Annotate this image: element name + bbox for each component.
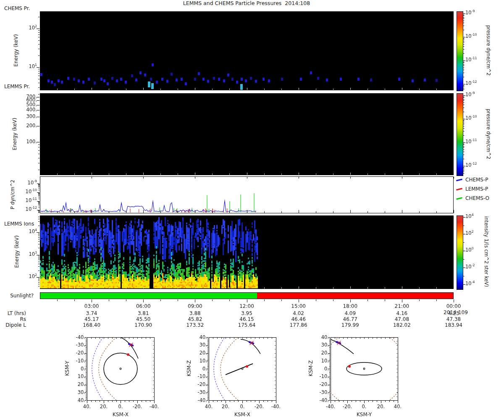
orbit-ytick-label: 0. [69,366,85,372]
lt-value: 3.95 [232,310,262,316]
rs-value: 46.15 [232,316,262,322]
legend-item-chems-o: CHEMS-O [456,195,489,201]
orbit-xtick-label: -40. [146,404,163,410]
lt-value: 4.23 [439,310,468,316]
orbit-xtick-label: 20. [373,404,389,410]
orbit-xtick-label: -40. [322,404,339,410]
orbit-ytick-label: 10. [191,358,207,364]
orbit-ytick-label: -40. [191,397,207,403]
orbit-xtick-label: -20. [129,404,146,410]
ions-ytick-label: 103 [18,251,37,257]
chems-spectrogram-canvas [40,11,454,90]
chems-ytick-label: 101 [18,63,37,69]
pressure-cb2-tick-label: 10-9 [465,92,475,97]
orbit-ytick-label: -20. [313,381,329,387]
orbit-ytick-label: 20. [191,350,207,356]
chems-panel-label: CHEMS Pr. [4,5,30,11]
orbit-xaxis-label: KSM-X [226,412,259,417]
plot-page: LEMMS and CHEMS Particle Pressures 2014:… [0,0,504,420]
pressure-cb2-tick-label: 10-12 [465,162,477,168]
sunlight-day-segment [40,293,257,299]
intensity-cb-tick-label: 10-2 [465,264,475,270]
chems-p-line-swatch [456,178,462,181]
dipole-value: 177.86 [284,322,313,328]
rs-value: 46.46 [284,316,313,322]
orbit-xtick-label: 0. [356,404,373,410]
sunlight-state-bar [40,292,454,299]
dipole-value: 168.40 [77,322,106,328]
orbit-xtick-label: -40. [268,404,284,410]
pressure-cb2-tick-label: 10-11 [465,139,477,144]
orbit-ytick-label: 30. [191,342,207,348]
orbit-yaxis-label: KSM-Z [186,352,192,385]
orbit-ytick-label: 0. [313,366,329,372]
dipole-value: 173.32 [180,322,210,328]
rs-value: 46.77 [336,316,365,322]
pdyn-ytick-label: 10-10 [14,189,37,194]
orbit-ytick-label: -40. [313,397,329,403]
orbit-xtick-label: 40. [79,404,95,410]
orbit-ytick-label: -30. [69,342,85,348]
legend-label: CHEMS-P [465,177,488,183]
pressure-cb2-tick-label: 10-10 [465,115,477,121]
lt-value: 3.74 [77,310,106,316]
rs-value: 45.17 [77,316,106,322]
lemms-ytick-label: 300. [17,113,37,119]
dipole-value: 179.99 [336,322,365,328]
orbit-yaxis-label: KSM-Z [308,352,314,385]
orbit-ytick-label: 40. [313,334,329,340]
pressure-cb1-tick-label: 10-12 [465,80,477,86]
orbit-ytick-label: -40. [69,334,85,340]
intensity-cb-tick-label: 102 [465,230,474,236]
legend-label: LEMMS-P [465,186,488,192]
rs-row-header: Rs [0,316,26,322]
lt-value: 3.88 [180,310,210,316]
pdyn-ytick-label: 10-11 [14,197,37,203]
legend-item-lemms-p: LEMMS-P [456,186,488,192]
orbit-ytick-label: 20. [69,381,85,387]
orbit-xtick-label: 20. [95,404,112,410]
pressure-colorbar-label-2: pressure dyne/cm^2 [486,102,491,165]
intensity-cb-tick-label: 100 [465,247,474,253]
orbit-xtick-label: 0. [234,404,251,410]
orbit-ytick-label: 10. [313,358,329,364]
pressure-colorbar-label-1: pressure dyne/cm^2 [486,19,491,82]
lt-value: 4.09 [336,310,365,316]
pdyn-ytick-label: 10-12 [14,206,37,212]
lt-value: 3.81 [129,310,158,316]
ions-spectrogram-canvas [40,215,454,289]
pressure-colorbar-2 [457,93,463,176]
orbit-ytick-label: 20. [313,350,329,356]
ions-ytick-label: 102 [18,273,37,279]
orbit-ytick-label: -10. [191,373,207,379]
pressure-cb1-tick-label: 10-11 [465,57,477,63]
lt-row-header: LT (hrs) [0,310,26,316]
orbit-ytick-label: 0. [191,366,207,372]
time-tick-label: 21:00 [387,303,417,309]
orbit-xaxis-label: KSM-X [104,412,137,417]
dipole-value: 175.64 [232,322,262,328]
dipole-value: 182.02 [387,322,417,328]
lemms-spectrogram-canvas [40,93,454,175]
orbit-xtick-label: 0. [112,404,129,410]
orbit-xtick-label: 20. [217,404,234,410]
orbit-xaxis-label: KSM-Y [347,412,381,417]
orbit-ytick-label: -30. [191,389,207,395]
orbit-xtick-label: -20. [339,404,356,410]
lemms-ytick-label: 200. [17,123,37,129]
lemms-energy-axis-label: Energy (keV) [12,115,18,153]
orbit-xtick-label: -20. [251,404,268,410]
orbit-ytick-label: 40. [69,397,85,403]
orbit-xtick-label: 40. [200,404,217,410]
intensity-colorbar [457,215,463,290]
time-tick-label: 18:00 [336,303,365,309]
lemms-ytick-label: 100. [17,139,37,144]
time-tick-label: 03:00 [77,303,106,309]
orbit-ytick-label: -20. [191,381,207,387]
orbit-ytick-label: 40. [191,334,207,340]
orbit-ytick-label: 30. [69,389,85,395]
intensity-colorbar-label: intensity 1/(s cm^2 ster keV) [483,212,489,291]
lemms-panel-label: LEMMS Pr. [4,84,30,89]
time-tick-label: 15:00 [284,303,313,309]
orbit-xtick-label: 40. [389,404,406,410]
